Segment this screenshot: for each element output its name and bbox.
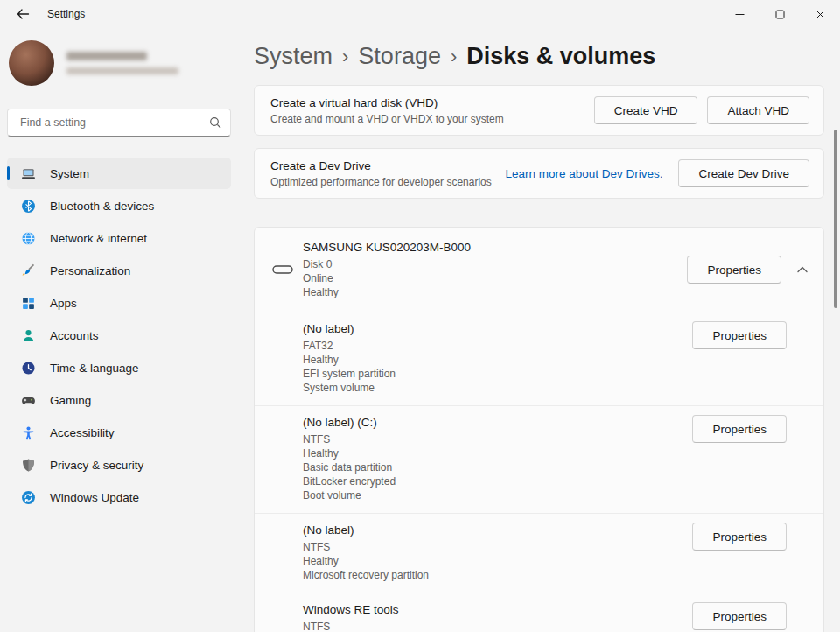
sidebar-item-label: Accessibility bbox=[50, 426, 115, 439]
breadcrumb: System › Storage › Disks & volumes bbox=[254, 40, 840, 72]
dev-drive-card-text: Create a Dev Drive Optimized performance… bbox=[270, 159, 505, 188]
window-controls bbox=[719, 0, 840, 28]
breadcrumb-separator-icon: › bbox=[451, 40, 457, 72]
volume-row-recovery: (No label) NTFSHealthyMicrosoft recovery… bbox=[255, 513, 823, 593]
properties-button[interactable]: Properties bbox=[692, 523, 787, 551]
maximize-icon bbox=[775, 10, 785, 19]
avatar bbox=[9, 40, 54, 86]
meta-line: Microsoft recovery partition bbox=[303, 568, 692, 582]
collapse-disk-button[interactable] bbox=[795, 263, 809, 277]
sidebar-item-personalization[interactable]: Personalization bbox=[7, 255, 231, 286]
disk-info: SAMSUNG KUS020203M-B000 Disk 0OnlineHeal… bbox=[303, 240, 687, 299]
properties-button[interactable]: Properties bbox=[692, 321, 787, 349]
sidebar-item-windows-update[interactable]: Windows Update bbox=[7, 481, 231, 513]
properties-button[interactable]: Properties bbox=[692, 602, 787, 630]
meta-line: NTFS bbox=[303, 540, 692, 554]
chevron-up-icon bbox=[797, 266, 808, 273]
meta-line: BitLocker encrypted bbox=[303, 474, 692, 488]
sidebar-item-label: System bbox=[50, 167, 89, 180]
sidebar-item-label: Network & internet bbox=[50, 232, 147, 245]
user-name-redacted bbox=[66, 52, 147, 60]
volume-title: (No label) bbox=[303, 321, 692, 337]
search-box bbox=[7, 109, 231, 137]
window-title: Settings bbox=[47, 8, 85, 20]
dev-drive-card: Create a Dev Drive Optimized performance… bbox=[254, 148, 824, 199]
create-dev-drive-button[interactable]: Create Dev Drive bbox=[678, 159, 809, 187]
user-info-redacted bbox=[66, 52, 178, 74]
volume-info: Windows RE tools NTFSHealthy bbox=[303, 602, 692, 632]
sidebar-item-label: Apps bbox=[50, 297, 77, 310]
sidebar-item-privacy-security[interactable]: Privacy & security bbox=[7, 449, 231, 481]
volume-info: (No label) (C:) NTFSHealthyBasic data pa… bbox=[303, 415, 692, 502]
minimize-icon bbox=[735, 10, 745, 19]
sidebar-item-system[interactable]: System bbox=[7, 158, 231, 189]
disk-row-samsung: SAMSUNG KUS020203M-B000 Disk 0OnlineHeal… bbox=[255, 228, 823, 312]
sidebar-item-label: Gaming bbox=[50, 394, 91, 407]
main-content: System › Storage › Disks & volumes Creat… bbox=[254, 28, 840, 632]
properties-button[interactable]: Properties bbox=[687, 256, 781, 284]
sidebar-item-gaming[interactable]: Gaming bbox=[7, 384, 231, 416]
accounts-icon bbox=[21, 328, 36, 343]
search-input[interactable] bbox=[18, 116, 209, 130]
meta-line: EFI system partition bbox=[303, 367, 692, 381]
close-button[interactable] bbox=[800, 0, 840, 28]
time-language-icon bbox=[21, 361, 36, 376]
dev-drives-learn-more-link[interactable]: Learn more about Dev Drives. bbox=[505, 167, 662, 180]
maximize-button[interactable] bbox=[760, 0, 800, 28]
close-icon bbox=[816, 10, 825, 19]
disk-drive-icon bbox=[272, 263, 293, 276]
meta-line: Disk 0 bbox=[303, 257, 687, 271]
breadcrumb-system[interactable]: System bbox=[254, 41, 332, 71]
sidebar-nav: System Bluetooth & devices Network & int… bbox=[7, 158, 231, 513]
meta-line: Online bbox=[303, 271, 687, 285]
attach-vhd-button[interactable]: Attach VHD bbox=[707, 96, 809, 124]
volume-title: (No label) (C:) bbox=[303, 415, 692, 431]
sidebar-item-time-language[interactable]: Time & language bbox=[7, 352, 231, 383]
create-vhd-button[interactable]: Create VHD bbox=[594, 96, 698, 124]
dev-drive-card-title: Create a Dev Drive bbox=[270, 159, 505, 172]
vhd-card: Create a virtual hard disk (VHD) Create … bbox=[254, 85, 824, 136]
volume-meta: NTFSHealthyMicrosoft recovery partition bbox=[303, 540, 692, 582]
sidebar-item-network-internet[interactable]: Network & internet bbox=[7, 222, 231, 254]
breadcrumb-separator-icon: › bbox=[342, 40, 348, 72]
volume-meta: FAT32HealthyEFI system partitionSystem v… bbox=[303, 339, 692, 395]
volume-info: (No label) FAT32HealthyEFI system partit… bbox=[303, 321, 692, 395]
search-icon[interactable] bbox=[209, 116, 221, 129]
volume-row-efi: (No label) FAT32HealthyEFI system partit… bbox=[255, 312, 823, 405]
user-account-block[interactable] bbox=[9, 39, 233, 88]
minimize-button[interactable] bbox=[719, 0, 760, 28]
dev-drive-card-subtitle: Optimized performance for developer scen… bbox=[270, 176, 505, 188]
volume-row-windows-re: Windows RE tools NTFSHealthy Properties bbox=[255, 593, 823, 632]
meta-line: Healthy bbox=[303, 285, 687, 299]
sidebar-item-apps[interactable]: Apps bbox=[7, 287, 231, 319]
meta-line: FAT32 bbox=[303, 339, 692, 353]
meta-line: NTFS bbox=[303, 620, 692, 632]
meta-line: Boot volume bbox=[303, 488, 692, 502]
windows-update-icon bbox=[21, 490, 36, 505]
volume-title: (No label) bbox=[303, 523, 692, 538]
sidebar: System Bluetooth & devices Network & int… bbox=[0, 28, 238, 632]
volume-meta: NTFSHealthyBasic data partitionBitLocker… bbox=[303, 432, 692, 502]
personalization-icon bbox=[21, 263, 36, 278]
network-icon bbox=[21, 231, 36, 246]
vhd-card-text: Create a virtual hard disk (VHD) Create … bbox=[270, 96, 594, 125]
sidebar-item-label: Bluetooth & devices bbox=[50, 200, 154, 213]
disk-title: SAMSUNG KUS020203M-B000 bbox=[303, 240, 687, 256]
sidebar-item-bluetooth-devices[interactable]: Bluetooth & devices bbox=[7, 190, 231, 221]
titlebar: Settings bbox=[0, 0, 840, 28]
meta-line: Healthy bbox=[303, 446, 692, 460]
volume-info: (No label) NTFSHealthyMicrosoft recovery… bbox=[303, 523, 692, 582]
sidebar-item-label: Personalization bbox=[50, 264, 130, 277]
meta-line: NTFS bbox=[303, 432, 692, 446]
scrollbar-thumb[interactable] bbox=[834, 130, 837, 308]
vhd-card-title: Create a virtual hard disk (VHD) bbox=[270, 96, 594, 109]
breadcrumb-storage[interactable]: Storage bbox=[358, 41, 441, 71]
volume-title: Windows RE tools bbox=[303, 602, 692, 618]
sidebar-item-accessibility[interactable]: Accessibility bbox=[7, 417, 231, 448]
sidebar-item-accounts[interactable]: Accounts bbox=[7, 320, 231, 351]
back-button[interactable] bbox=[12, 4, 33, 25]
properties-button[interactable]: Properties bbox=[692, 415, 787, 443]
sidebar-item-label: Privacy & security bbox=[50, 459, 144, 472]
privacy-security-icon bbox=[21, 458, 36, 473]
meta-line: System volume bbox=[303, 381, 692, 395]
